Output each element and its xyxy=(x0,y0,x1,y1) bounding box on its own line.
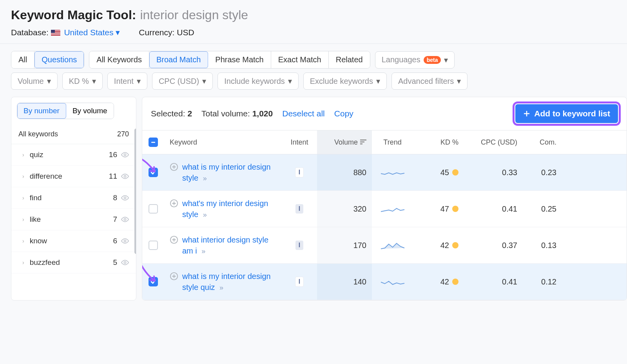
serp-icon[interactable]: » xyxy=(201,247,205,255)
beta-badge: beta xyxy=(424,56,441,64)
sort-desc-icon xyxy=(360,139,366,145)
column-trend[interactable]: Trend xyxy=(372,130,413,154)
kd-dot-icon xyxy=(452,169,458,176)
trend-sparkline xyxy=(380,277,405,287)
intent-badge: I xyxy=(295,241,303,250)
group-count: 6 xyxy=(113,237,117,245)
cpc-filter[interactable]: CPC (USD)▾ xyxy=(152,72,213,90)
select-all-checkbox[interactable] xyxy=(149,138,158,147)
keyword-link[interactable]: what interior design style am i xyxy=(182,235,268,255)
scrollbar[interactable] xyxy=(134,129,136,254)
keyword-link[interactable]: what's my interior design style xyxy=(182,199,268,219)
kd-dot-icon xyxy=(452,279,458,285)
chevron-down-icon: ▾ xyxy=(92,76,96,86)
column-volume[interactable]: Volume xyxy=(317,130,372,154)
column-kd[interactable]: KD % xyxy=(413,130,464,154)
group-label: buzzfeed xyxy=(30,258,60,267)
database-selector[interactable]: Database: United States ▾ xyxy=(11,28,120,37)
exclude-filter[interactable]: Exclude keywords▾ xyxy=(303,72,387,90)
page-title: Keyword Magic Tool: interior design styl… xyxy=(11,8,616,22)
chevron-right-icon: › xyxy=(22,173,24,179)
serp-icon[interactable]: » xyxy=(203,174,207,182)
plus-icon xyxy=(523,110,530,117)
column-intent[interactable]: Intent xyxy=(282,130,317,154)
sidebar-group-find[interactable]: ›find8 xyxy=(11,187,136,209)
expand-icon[interactable] xyxy=(170,272,178,281)
trend-sparkline xyxy=(380,167,405,177)
column-com[interactable]: Com. xyxy=(523,130,562,154)
group-label: find xyxy=(30,194,42,202)
groups-sidebar: By number By volume All keywords 270 ›qu… xyxy=(11,97,136,301)
expand-icon[interactable] xyxy=(170,163,178,171)
kd-filter[interactable]: KD %▾ xyxy=(62,72,103,90)
volume-filter[interactable]: Volume▾ xyxy=(11,72,58,90)
tab-phrase-match[interactable]: Phrase Match xyxy=(208,51,271,68)
tab-exact-match[interactable]: Exact Match xyxy=(271,51,329,68)
chevron-down-icon: ▾ xyxy=(376,76,380,86)
copy-button[interactable]: Copy xyxy=(334,109,353,118)
sidebar-group-quiz[interactable]: ›quiz16 xyxy=(11,144,136,166)
tab-all-keywords[interactable]: All Keywords xyxy=(89,51,149,68)
query-text: interior design style xyxy=(140,8,248,22)
keyword-link[interactable]: what is my interior design style quiz xyxy=(182,272,271,292)
row-checkbox[interactable] xyxy=(149,204,158,214)
scope-segment: All Questions xyxy=(11,51,84,69)
table-row: what interior design style am i »I170420… xyxy=(142,227,627,264)
currency-display: Currency: USD xyxy=(139,28,194,37)
match-segment: All Keywords Broad Match Phrase Match Ex… xyxy=(89,51,370,69)
sidebar-group-difference[interactable]: ›difference11 xyxy=(11,166,136,187)
group-label: difference xyxy=(30,172,62,181)
kd-cell: 45 xyxy=(413,154,464,190)
trend-sparkline xyxy=(380,240,405,250)
tab-broad-match[interactable]: Broad Match xyxy=(149,51,208,68)
languages-filter[interactable]: Languages beta ▾ xyxy=(375,51,455,69)
intent-badge: I xyxy=(295,277,304,287)
sort-by-number[interactable]: By number xyxy=(17,103,66,119)
add-to-keyword-list-button[interactable]: Add to keyword list xyxy=(515,104,618,123)
include-filter[interactable]: Include keywords▾ xyxy=(217,72,299,90)
trend-sparkline xyxy=(380,204,405,214)
table-row: what is my interior design style quiz »I… xyxy=(142,264,627,300)
tab-questions[interactable]: Questions xyxy=(34,51,84,68)
svg-rect-6 xyxy=(151,142,155,143)
serp-icon[interactable]: » xyxy=(203,211,207,219)
row-checkbox[interactable] xyxy=(149,241,158,250)
chevron-down-icon: ▾ xyxy=(202,76,206,86)
flag-us-icon xyxy=(51,30,60,36)
chevron-down-icon: ▾ xyxy=(457,76,461,86)
advanced-filter[interactable]: Advanced filters▾ xyxy=(391,72,468,90)
expand-icon[interactable] xyxy=(170,199,178,208)
keyword-link[interactable]: what is my interior design style xyxy=(182,163,271,182)
com-cell: 0.13 xyxy=(523,227,562,263)
sidebar-group-know[interactable]: ›know6 xyxy=(11,230,136,252)
svg-point-1 xyxy=(124,176,126,177)
intent-badge: I xyxy=(295,204,303,214)
intent-filter[interactable]: Intent▾ xyxy=(107,72,147,90)
svg-rect-7 xyxy=(360,139,366,141)
chevron-down-icon: ▾ xyxy=(116,28,120,37)
eye-icon xyxy=(121,194,129,202)
tab-related[interactable]: Related xyxy=(329,51,370,68)
chevron-right-icon: › xyxy=(22,238,24,244)
sort-by-volume[interactable]: By volume xyxy=(66,103,114,119)
svg-point-2 xyxy=(124,197,126,199)
chevron-right-icon: › xyxy=(22,152,24,158)
deselect-all-button[interactable]: Deselect all xyxy=(282,109,325,118)
sidebar-group-like[interactable]: ›like7 xyxy=(11,209,136,230)
serp-icon[interactable]: » xyxy=(219,284,223,292)
group-count: 7 xyxy=(113,215,117,224)
svg-point-4 xyxy=(124,240,126,242)
column-cpc[interactable]: CPC (USD) xyxy=(464,130,523,154)
callout-arrow-icon xyxy=(142,253,157,294)
chevron-down-icon: ▾ xyxy=(137,76,141,86)
volume-cell: 320 xyxy=(317,191,372,227)
sidebar-group-buzzfeed[interactable]: ›buzzfeed5 xyxy=(11,252,136,273)
cpc-cell: 0.37 xyxy=(464,227,523,263)
kd-cell: 42 xyxy=(413,227,464,263)
sidebar-all-keywords[interactable]: All keywords 270 xyxy=(11,125,136,144)
column-keyword[interactable]: Keyword xyxy=(164,130,282,154)
total-volume: Total volume: 1,020 xyxy=(201,109,273,118)
selected-count: Selected: 2 xyxy=(151,109,192,118)
expand-icon[interactable] xyxy=(170,235,178,244)
tab-all[interactable]: All xyxy=(11,51,34,68)
